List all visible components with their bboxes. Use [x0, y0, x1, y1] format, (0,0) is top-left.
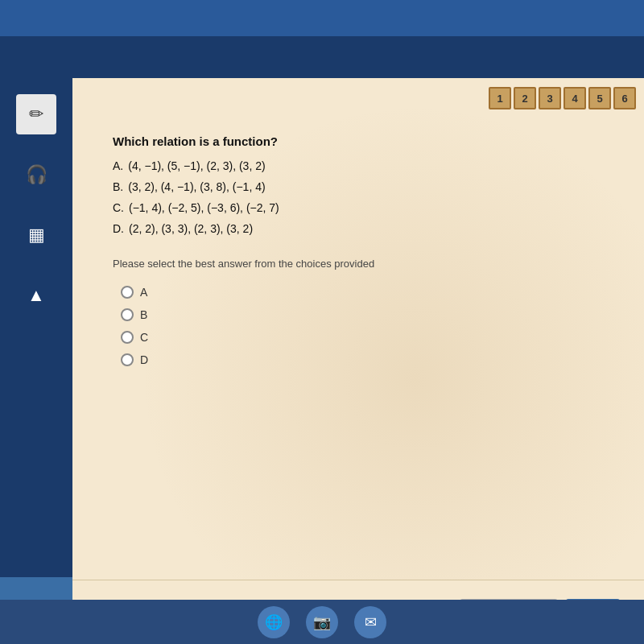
- taskbar-mail-icon[interactable]: ✉: [354, 606, 386, 638]
- choice-c: C.(−1, 4), (−2, 5), (−3, 6), (−2, 7): [113, 200, 612, 217]
- question-text: Which relation is a function?: [113, 134, 612, 148]
- question-num-4[interactable]: 4: [564, 87, 586, 109]
- taskbar-browser-icon[interactable]: 🌐: [258, 606, 290, 638]
- main-content: Which relation is a function? A.(4, −1),…: [72, 78, 644, 580]
- taskbar: 🌐 📷 ✉: [0, 600, 644, 644]
- radio-option-c[interactable]: C: [121, 331, 612, 344]
- instruction-text: Please select the best answer from the c…: [113, 258, 612, 270]
- top-bar: [0, 0, 644, 36]
- choice-a: A.(4, −1), (5, −1), (2, 3), (3, 2): [113, 158, 612, 175]
- radio-circle-b[interactable]: [121, 308, 134, 321]
- radio-circle-d[interactable]: [121, 353, 134, 366]
- choice-b: B.(3, 2), (4, −1), (3, 8), (−1, 4): [113, 179, 612, 196]
- radio-circle-a[interactable]: [121, 286, 134, 299]
- pencil-icon[interactable]: ✏: [16, 94, 56, 134]
- question-num-2[interactable]: 2: [514, 87, 536, 109]
- question-num-6[interactable]: 6: [613, 87, 636, 109]
- radio-option-d[interactable]: D: [121, 353, 612, 366]
- radio-option-b[interactable]: B: [121, 308, 612, 321]
- question-num-5[interactable]: 5: [588, 87, 611, 109]
- radio-option-a[interactable]: A: [121, 286, 612, 299]
- radio-circle-c[interactable]: [121, 331, 134, 344]
- taskbar-camera-icon[interactable]: 📷: [306, 606, 338, 638]
- question-num-3[interactable]: 3: [539, 87, 561, 109]
- arrow-up-icon[interactable]: ▲: [16, 275, 56, 316]
- question-num-1[interactable]: 1: [489, 87, 511, 109]
- choice-d: D.(2, 2), (3, 3), (2, 3), (3, 2): [113, 221, 612, 237]
- radio-options: A B C D: [121, 286, 612, 366]
- choices-list: A.(4, −1), (5, −1), (2, 3), (3, 2) B.(3,…: [113, 158, 612, 237]
- headphones-icon[interactable]: 🎧: [16, 155, 56, 195]
- question-numbers-toolbar: [72, 44, 644, 78]
- calculator-icon[interactable]: ▦: [16, 215, 56, 255]
- sidebar: ✏ 🎧 ▦ ▲: [0, 78, 72, 577]
